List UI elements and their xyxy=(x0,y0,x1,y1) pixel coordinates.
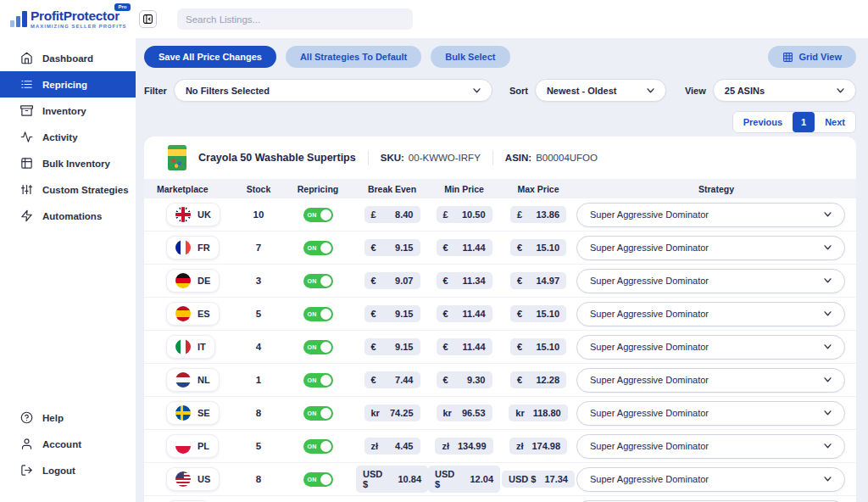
sidebar-item-dashboard[interactable]: Dashboard xyxy=(0,45,136,71)
product-title: Crayola 50 Washable Supertips xyxy=(198,152,356,164)
break-even-field[interactable]: £8.40 xyxy=(364,206,420,223)
repricing-toggle[interactable]: ON xyxy=(303,241,333,255)
strategy-select[interactable]: Super Aggressive Dominator xyxy=(576,236,845,260)
max-price-value: 174.98 xyxy=(531,441,560,451)
filter-select[interactable]: No Filters Selected xyxy=(174,79,492,102)
max-price-value: 14.97 xyxy=(536,276,559,286)
currency-symbol: £ xyxy=(371,209,376,220)
max-price-field[interactable]: zł174.98 xyxy=(509,438,567,455)
break-even-field[interactable]: kr74.25 xyxy=(364,404,420,421)
marketplace-code: IT xyxy=(198,342,206,352)
break-even-field[interactable]: €9.15 xyxy=(364,305,420,322)
break-even-field[interactable]: €7.44 xyxy=(364,371,420,388)
min-price-field[interactable]: €9.30 xyxy=(437,371,492,388)
max-price-field[interactable]: USD $17.34 xyxy=(502,471,575,488)
currency-symbol: £ xyxy=(517,209,522,220)
break-even-field[interactable]: €9.15 xyxy=(364,239,420,256)
repricing-toggle[interactable]: ON xyxy=(303,208,333,222)
sidebar-item-repricing[interactable]: Repricing xyxy=(0,71,136,98)
sidebar-item-inventory[interactable]: Inventory xyxy=(0,98,136,124)
grid-view-button[interactable]: Grid View xyxy=(768,46,856,68)
chevron-down-icon xyxy=(824,410,832,416)
pro-badge: Pro xyxy=(114,3,130,11)
marketplace-pill: NL xyxy=(166,368,220,392)
product-card: Crayola 50 Washable Supertips SKU:00-KWW… xyxy=(144,137,856,502)
max-price-field[interactable]: €15.10 xyxy=(510,338,566,355)
currency-symbol: zł xyxy=(442,441,449,451)
min-price-field[interactable]: €11.44 xyxy=(437,305,492,322)
current-page-button[interactable]: 1 xyxy=(793,112,815,132)
column-header-stock: Stock xyxy=(237,184,280,194)
sidebar-item-label: Repricing xyxy=(42,80,87,90)
product-asin: ASIN:B00004UFOO xyxy=(505,153,598,163)
brand-logo[interactable]: ProfitProtector Maximizing Seller Profit… xyxy=(0,9,136,30)
min-price-value: 12.04 xyxy=(470,474,493,484)
break-even-field[interactable]: €9.15 xyxy=(364,338,420,355)
min-price-field[interactable]: €11.44 xyxy=(437,338,492,355)
strategy-select[interactable]: Super Aggressive Dominator xyxy=(576,269,845,293)
currency-symbol: kr xyxy=(443,408,452,418)
repricing-toggle[interactable]: ON xyxy=(303,340,333,354)
min-price-field[interactable]: £10.50 xyxy=(437,206,492,223)
break-even-field[interactable]: zł4.45 xyxy=(364,438,420,455)
sidebar-item-account[interactable]: Account xyxy=(0,431,136,457)
marketplace-flag-icon xyxy=(175,207,191,222)
max-price-field[interactable]: €12.28 xyxy=(510,371,566,388)
search-input[interactable] xyxy=(186,14,404,25)
min-price-field[interactable]: €11.44 xyxy=(437,239,492,256)
repricing-toggle[interactable]: ON xyxy=(303,373,333,388)
break-even-field[interactable]: USD $10.84 xyxy=(356,466,428,493)
stock-value: 7 xyxy=(237,243,280,253)
min-price-field[interactable]: USD $12.04 xyxy=(428,466,500,493)
min-price-field[interactable]: €11.34 xyxy=(437,272,492,289)
min-price-value: 11.44 xyxy=(463,243,486,253)
sidebar-item-logout[interactable]: Logout xyxy=(0,457,136,483)
repricing-toggle[interactable]: ON xyxy=(303,439,333,454)
previous-page-button[interactable]: Previous xyxy=(733,112,793,132)
repricing-toggle[interactable]: ON xyxy=(303,307,333,321)
sidebar-item-label: Logout xyxy=(42,466,75,476)
save-all-price-changes-button[interactable]: Save All Price Changes xyxy=(144,46,276,68)
max-price-field[interactable]: €15.10 xyxy=(510,305,566,322)
strategy-select[interactable]: Super Aggressive Dominator xyxy=(576,401,845,426)
repricing-toggle[interactable]: ON xyxy=(303,472,333,487)
break-even-field[interactable]: €9.07 xyxy=(364,272,420,289)
chevron-down-icon xyxy=(824,443,832,449)
search-bar[interactable] xyxy=(177,8,413,30)
sidebar-item-automations[interactable]: Automations xyxy=(0,203,136,229)
break-even-value: 74.25 xyxy=(390,408,414,418)
strategy-select[interactable]: Super Aggressive Dominator xyxy=(576,368,845,393)
strategy-select-value: Super Aggressive Dominator xyxy=(590,441,709,451)
max-price-field[interactable]: €15.10 xyxy=(510,239,566,256)
marketplace-pill: US xyxy=(166,467,220,491)
sidebar-item-bulk-inventory[interactable]: Bulk Inventory xyxy=(0,150,136,176)
next-page-button[interactable]: Next xyxy=(815,112,855,132)
strategy-select[interactable]: Super Aggressive Dominator xyxy=(576,302,845,326)
min-price-field[interactable]: zł134.99 xyxy=(435,438,492,455)
strategy-select[interactable]: Super Aggressive Dominator xyxy=(576,467,845,492)
actions-toolbar: Save All Price Changes All Strategies To… xyxy=(144,46,856,68)
currency-symbol: USD $ xyxy=(509,474,536,484)
max-price-field[interactable]: kr118.80 xyxy=(509,404,567,421)
sidebar-item-help[interactable]: Help xyxy=(0,404,136,431)
strategy-select[interactable]: Super Aggressive Dominator xyxy=(576,335,845,360)
sidebar-item-activity[interactable]: Activity xyxy=(0,124,136,150)
repricing-toggle[interactable]: ON xyxy=(303,406,333,421)
min-price-field[interactable]: kr96.53 xyxy=(437,404,492,421)
all-strategies-to-default-button[interactable]: All Strategies To Default xyxy=(286,46,421,68)
sidebar-collapse-button[interactable] xyxy=(139,10,157,28)
sort-select[interactable]: Newest - Oldest xyxy=(535,79,666,102)
view-select[interactable]: 25 ASINs xyxy=(713,79,856,102)
stock-value: 5 xyxy=(237,441,280,451)
strategy-select[interactable]: Super Aggressive Dominator xyxy=(576,434,845,459)
strategy-select[interactable]: Super Aggressive Dominator xyxy=(576,203,845,227)
chevron-down-icon xyxy=(824,377,832,382)
max-price-field[interactable]: £13.86 xyxy=(510,206,566,223)
repricing-toggle[interactable]: ON xyxy=(303,274,333,288)
marketplace-pill: DE xyxy=(166,269,220,293)
sidebar-item-custom-strategies[interactable]: Custom Strategies xyxy=(0,176,136,203)
bulk-select-button[interactable]: Bulk Select xyxy=(431,46,509,68)
currency-symbol: € xyxy=(443,276,448,286)
max-price-field[interactable]: €14.97 xyxy=(510,272,566,289)
max-price-value: 15.10 xyxy=(536,243,559,253)
